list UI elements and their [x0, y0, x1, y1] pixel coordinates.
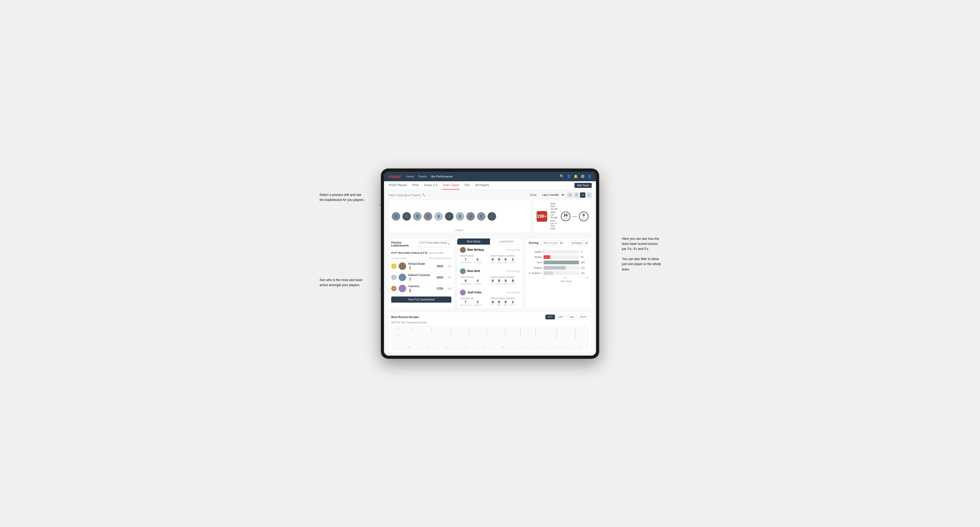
pin-dot-5 — [505, 335, 506, 337]
search-icon[interactable]: 🔍 — [560, 174, 564, 178]
card-view-icon[interactable]: ⊟ — [580, 192, 585, 198]
medal-3: 🥉 — [408, 289, 412, 292]
edit-icon[interactable]: ✏️ — [422, 194, 426, 197]
streaks-subtitle: Off The Tee, Fairway Accuracy — [391, 321, 589, 324]
table-view-icon[interactable]: ≡ — [586, 192, 592, 198]
player-avatar-7[interactable]: 👤 — [456, 212, 464, 221]
view-icons: ⊞ ☰ ⊟ ≡ — [567, 192, 592, 198]
pin-dot-4 — [486, 333, 487, 334]
streak-btn-arg[interactable]: ARG — [567, 314, 577, 319]
activity-player-3-header: Josh Coles 26 Aug 2023 — [460, 290, 520, 295]
nav-home[interactable]: Home — [406, 174, 414, 179]
pin-dot-0 — [412, 330, 413, 331]
bar-bogeys: Bogeys 311 — [529, 266, 589, 270]
bubble-pin-6: 4x — [517, 329, 523, 337]
player-avatar-1[interactable]: 👤 — [392, 212, 400, 221]
team-header: Team Clippd | 14 Players ✏️ Show: Last 3… — [388, 192, 592, 198]
activity-avatar-3 — [460, 290, 466, 295]
show-select[interactable]: Last 3 months — [539, 192, 565, 197]
settings-icon[interactable]: ⚙️ — [581, 174, 585, 178]
show-filter: Show: Last 3 months ⊞ ☰ ⊟ ≡ — [530, 192, 592, 198]
streak-btn-putt[interactable]: PUTT — [578, 314, 589, 319]
bar-chart: Eagles 3 Birdies — [526, 248, 592, 285]
subnav-tour[interactable]: Tour — [464, 181, 470, 189]
medal-1: 🥇 — [408, 267, 412, 270]
bubble-pin-4: 5x — [484, 329, 490, 334]
pin-line-3 — [469, 329, 469, 333]
activity-stats-3: Total Rounds 7 Tournament 2 Pr — [460, 297, 520, 306]
lb-row-1: 1 Richard Butler 🥇 19/20 110 — [388, 261, 454, 272]
players-row: 👤 👤 👤 👤 👤 👤 👤 👤 👤 👤 Players — [388, 200, 530, 233]
bar-eagles: Eagles 3 — [529, 250, 589, 254]
navbar-icons: 🔍 👤 🔔 ⚙️ 👤 — [560, 174, 592, 178]
tablet-screen: clippd Home Teams My Performance 🔍 👤 🔔 ⚙… — [384, 171, 596, 356]
leaderboards-header: Practice Leaderboards PUTT Must Make Put… — [388, 238, 454, 250]
tab-least-active[interactable]: Least Active — [490, 238, 523, 244]
person-icon[interactable]: 👤 — [567, 174, 571, 178]
player-avatar-8[interactable]: 👤 — [466, 212, 475, 221]
pin-dot-3 — [469, 333, 470, 334]
pin-line-1 — [431, 329, 432, 331]
annotation-bottom-left: See who is the most and leastactive amon… — [320, 278, 362, 288]
subnav-pga[interactable]: PGA — [412, 181, 419, 189]
list-view-icon[interactable]: ☰ — [574, 192, 579, 198]
player-avatar-2[interactable]: 👤 — [402, 212, 411, 221]
streaks-buttons: OTT APP ARG PUTT — [546, 314, 589, 319]
player-avatar-6[interactable]: 👤 — [445, 212, 453, 221]
bubble-pin-2: 6x — [448, 329, 453, 332]
add-team-button[interactable]: Add Team — [574, 183, 592, 188]
pin-line-8 — [556, 329, 557, 338]
bell-icon[interactable]: 🔔 — [574, 174, 578, 178]
leaderboard-dropdown[interactable]: PUTT Must Make Putting ... ▾ — [418, 241, 451, 248]
shot-circle-right: 0 yds — [579, 211, 589, 221]
streak-btn-ott[interactable]: OTT — [546, 314, 555, 319]
subnav-all-players[interactable]: All Players — [475, 181, 490, 189]
activity-stats-1: Total Rounds 7 Tournament 6 Pr — [460, 254, 520, 264]
subnav-pgat[interactable]: PGAT Players — [388, 181, 408, 189]
streaks-section: Best Round Streaks OTT APP ARG PUTT Off … — [388, 312, 592, 353]
activity-player-3: Josh Coles 26 Aug 2023 Total Rounds 7 — [457, 287, 523, 309]
activity-player-1: Blair McHarg 26 Aug 2023 Total Rounds 7 — [457, 245, 523, 266]
tab-most-active[interactable]: Most Active — [457, 238, 490, 244]
three-col-section: Practice Leaderboards PUTT Must Make Put… — [388, 238, 592, 309]
streak-btn-app[interactable]: APP — [556, 314, 566, 319]
lb-avatar-3 — [399, 285, 406, 292]
nav-teams[interactable]: Teams — [418, 174, 427, 179]
pin-line-9 — [575, 329, 576, 338]
bar-x-axis: 0 200 400 — [529, 276, 589, 279]
scoring-filter-1[interactable]: Par 3, 4 & 5s — [541, 241, 564, 245]
grid-view-icon[interactable]: ⊞ — [567, 192, 573, 198]
lb-row-3: 3 Cameron... 🥉 17/20 103 — [388, 283, 454, 294]
shot-circles: 16 yds — 0 yds — [561, 211, 589, 221]
nav-my-performance[interactable]: My Performance — [431, 174, 453, 179]
bubble-pin-7: 4x — [533, 329, 538, 337]
bar-track-dbogeys — [544, 271, 579, 275]
players-label: Players — [455, 229, 463, 232]
scoring-filter-2[interactable]: All Players — [568, 241, 589, 245]
bar-dbogeys: D. Bogeys + 131 — [529, 271, 589, 275]
player-avatar-9[interactable]: 👤 — [477, 212, 485, 221]
player-avatar-5[interactable]: 👤 — [434, 212, 443, 221]
activity-stats-2: Total Rounds 8 Tournament 4 Pr — [460, 276, 520, 285]
pin-line-4 — [486, 329, 487, 333]
team-title: Team Clippd | 14 Players — [388, 194, 421, 197]
bubble-pin-1: 6x — [429, 329, 434, 332]
view-full-leaderboard-button[interactable]: View Full Leaderboard — [391, 297, 451, 303]
shot-card: 198 SC Shot Dist: 16 yds Start Lie: Roug… — [533, 200, 592, 233]
annotation-top-left: Select a practice drill and seethe leade… — [320, 192, 364, 203]
bar-track-bogeys — [544, 266, 579, 270]
subnav-team-clippd[interactable]: Team Clippd — [442, 181, 460, 189]
bar-x-title: Total Shots — [529, 280, 589, 283]
user-avatar-icon[interactable]: 👤 — [587, 174, 592, 178]
bar-fill-bogeys — [544, 266, 566, 270]
player-avatar-10[interactable]: 👤 — [488, 212, 496, 221]
scoring-card: Scoring Par 3, 4 & 5s All Players E — [526, 238, 592, 309]
bar-fill-pars — [544, 260, 579, 264]
streaks-chart-area: 7x 6x 6x 5x 5x 4x 4x 4x — [399, 329, 589, 344]
subnav-hcaps[interactable]: Hcaps 1-5 — [423, 181, 438, 189]
bubble-pin-3: 5x — [466, 329, 473, 334]
bubble-pin-9: 3x — [572, 329, 578, 339]
player-avatar-4[interactable]: 👤 — [424, 212, 432, 221]
lb-table-header: PLAYER NAME PB SCORE PB AVG SQ — [388, 256, 454, 261]
player-avatar-3[interactable]: 👤 — [413, 212, 422, 221]
